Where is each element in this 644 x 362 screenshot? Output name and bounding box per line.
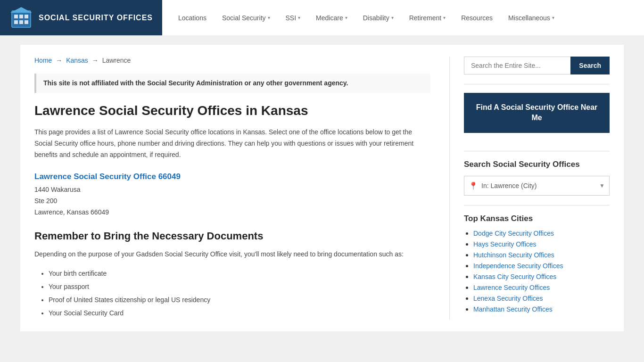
nav-item-medicare[interactable]: Medicare▾ xyxy=(309,10,354,25)
search-offices-title: Search Social Security Offices xyxy=(464,160,610,169)
city-link[interactable]: Hays Security Offices xyxy=(473,240,537,248)
chevron-down-icon: ▾ xyxy=(345,15,347,20)
location-pin-icon: 📍 xyxy=(469,181,478,190)
find-near-me-button[interactable]: Find A Social Security Office Near Me xyxy=(464,93,610,133)
divider-1 xyxy=(464,84,610,84)
site-logo-icon xyxy=(9,6,33,30)
documents-list: Your birth certificateYour passportProof… xyxy=(34,267,430,320)
svg-rect-0 xyxy=(12,11,31,27)
documents-intro: Depending on the purpose of your Gadsden… xyxy=(34,249,430,260)
office-link[interactable]: Lawrence Social Security Office 66049 xyxy=(34,172,430,181)
chevron-down-icon: ▾ xyxy=(443,15,446,20)
chevron-down-icon: ▾ xyxy=(391,15,394,20)
list-item: Hays Security Offices xyxy=(473,240,610,248)
breadcrumb: Home → Kansas → Lawrence xyxy=(34,57,430,64)
svg-rect-2 xyxy=(19,15,23,18)
search-row: Search xyxy=(464,57,610,74)
nav-item-resources[interactable]: Resources xyxy=(454,10,499,25)
location-select[interactable]: In: Lawrence (City) xyxy=(464,176,610,196)
cities-list: Dodge City Security OfficesHays Security… xyxy=(464,229,610,313)
list-item: Dodge City Security Offices xyxy=(473,229,610,237)
list-item: Hutchinson Security Offices xyxy=(473,251,610,259)
breadcrumb-sep-1: → xyxy=(56,57,64,64)
list-item: Lawrence Security Offices xyxy=(473,283,610,291)
svg-rect-5 xyxy=(19,20,23,24)
nav-item-ssi[interactable]: SSI▾ xyxy=(279,10,307,25)
main-content: Home → Kansas → Lawrence This site is no… xyxy=(34,57,449,320)
disclaimer-box: This site is not affiliated with the Soc… xyxy=(34,74,430,93)
chevron-down-icon: ▾ xyxy=(268,15,270,20)
breadcrumb-current: Lawrence xyxy=(102,57,131,64)
search-button[interactable]: Search xyxy=(570,57,610,74)
address-line2: Ste 200 xyxy=(34,197,57,205)
divider-3 xyxy=(464,205,610,206)
list-item: Manhattan Security Offices xyxy=(473,305,610,313)
document-item: Your passport xyxy=(49,280,430,293)
list-item: Independence Security Offices xyxy=(473,262,610,270)
city-link[interactable]: Manhattan Security Offices xyxy=(473,305,553,313)
city-link[interactable]: Lawrence Security Offices xyxy=(473,284,550,291)
kansas-cities-title: Top Kansas Cities xyxy=(464,214,610,223)
office-listing: Lawrence Social Security Office 66049 14… xyxy=(34,172,430,218)
intro-paragraph: This page provides a list of Lawrence So… xyxy=(34,127,430,160)
breadcrumb-sep-2: → xyxy=(92,57,100,64)
svg-rect-3 xyxy=(25,15,28,18)
search-input[interactable] xyxy=(464,57,570,74)
office-address: 1440 Wakarusa Ste 200 Lawrence, Kansas 6… xyxy=(34,184,430,218)
sidebar: Search Find A Social Security Office Nea… xyxy=(449,57,610,320)
disclaimer-text: This site is not affiliated with the Soc… xyxy=(43,79,348,87)
document-item: Your birth certificate xyxy=(49,267,430,280)
svg-rect-1 xyxy=(14,15,18,18)
breadcrumb-home[interactable]: Home xyxy=(34,57,52,64)
breadcrumb-kansas[interactable]: Kansas xyxy=(66,57,88,64)
nav-item-miscellaneous[interactable]: Miscellaneous▾ xyxy=(502,10,561,25)
page-title: Lawrence Social Security Offices in Kans… xyxy=(34,103,430,118)
svg-marker-7 xyxy=(10,7,32,13)
chevron-down-icon: ▾ xyxy=(298,15,300,20)
document-item: Your Social Security Card xyxy=(49,306,430,320)
nav-item-locations[interactable]: Locations xyxy=(172,10,213,25)
city-link[interactable]: Independence Security Offices xyxy=(473,262,563,270)
svg-rect-6 xyxy=(25,20,28,24)
nav-item-retirement[interactable]: Retirement▾ xyxy=(403,10,452,25)
divider-2 xyxy=(464,151,610,151)
logo-text: Social Security Offices xyxy=(39,13,153,22)
address-line1: 1440 Wakarusa xyxy=(34,186,81,193)
content-container: Home → Kansas → Lawrence This site is no… xyxy=(20,45,624,331)
city-link[interactable]: Lenexa Security Offices xyxy=(473,295,543,302)
main-nav: LocationsSocial Security▾SSI▾Medicare▾Di… xyxy=(162,0,644,35)
document-item: Proof of United States citizenship or le… xyxy=(49,293,430,306)
svg-rect-4 xyxy=(14,20,18,24)
nav-item-disability[interactable]: Disability▾ xyxy=(356,10,400,25)
city-link[interactable]: Kansas City Security Offices xyxy=(473,273,556,280)
list-item: Kansas City Security Offices xyxy=(473,272,610,280)
list-item: Lenexa Security Offices xyxy=(473,294,610,302)
documents-section-title: Remember to Bring the Necessary Document… xyxy=(34,230,430,242)
location-select-wrapper: 📍 In: Lawrence (City) ▼ xyxy=(464,176,610,196)
city-link[interactable]: Dodge City Security Offices xyxy=(473,230,554,237)
city-link[interactable]: Hutchinson Security Offices xyxy=(473,251,554,259)
nav-item-social-security[interactable]: Social Security▾ xyxy=(215,10,277,25)
chevron-down-icon: ▾ xyxy=(552,15,554,20)
page-wrapper: Home → Kansas → Lawrence This site is no… xyxy=(0,35,644,362)
header: Social Security Offices LocationsSocial … xyxy=(0,0,644,35)
logo-area: Social Security Offices xyxy=(0,0,162,35)
address-line3: Lawrence, Kansas 66049 xyxy=(34,208,109,216)
